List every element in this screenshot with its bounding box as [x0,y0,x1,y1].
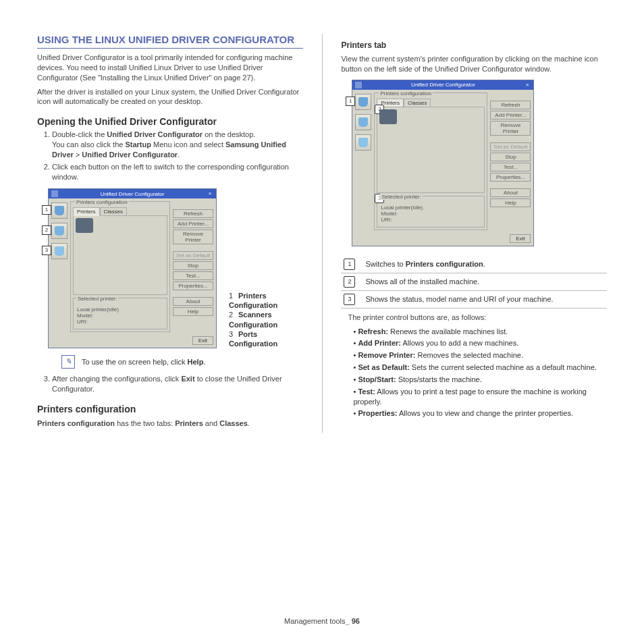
intro-para-1: Unified Driver Configurator is a tool pr… [37,53,303,83]
refresh-button[interactable]: Refresh [173,209,213,218]
about-button[interactable]: About [490,188,531,197]
exit-button[interactable]: Exit [192,336,213,345]
printers-config-text: Printers configuration has the two tabs:… [37,419,303,429]
config-window-1: Unified Driver Configurator × 1 2 3 Prin… [48,188,217,348]
printers-tab-heading: Printers tab [341,41,607,50]
controls-list: Refresh: Renews the available machines l… [341,327,607,419]
selected-printer-info: 3 Selected printer: Local printer(idle) … [377,196,485,227]
test-button[interactable]: Test... [173,271,213,280]
close-icon[interactable]: × [524,82,531,88]
note-icon: ✎ [61,355,75,369]
remove-printer-button[interactable]: Remove Printer [490,121,531,136]
sidebar-ports-button[interactable] [355,134,371,151]
properties-button[interactable]: Properties... [490,173,531,182]
printer-icon[interactable] [379,109,397,124]
close-icon[interactable]: × [207,190,213,197]
intro-para-2: After the driver is installed on your Li… [37,87,303,107]
page-footer: Management tools_ 96 [0,617,644,625]
refresh-button[interactable]: Refresh [490,101,531,109]
window-titlebar: Unified Driver Configurator × [352,80,533,90]
sidebar-printers-button[interactable]: 1 [51,203,68,219]
tab-printers[interactable]: Printers [73,207,100,216]
selected-printer-info: Selected printer: Local printer(idle) Mo… [73,298,167,329]
controls-intro: The printer control buttons are, as foll… [348,313,607,323]
properties-button[interactable]: Properties... [173,281,213,290]
tab-classes[interactable]: Classes [100,207,127,216]
step-1: Double-click the Unified Driver Configur… [52,130,303,160]
window-titlebar: Unified Driver Configurator × [49,189,216,198]
about-button[interactable]: About [173,297,213,306]
main-heading: USING THE LINUX UNIFIED DRIVER CONFIGURA… [37,34,303,49]
sidebar-ports-button[interactable]: 3 [51,243,68,259]
step-3: After changing the configurations, click… [52,374,303,394]
default-button[interactable]: Set as Default [173,251,213,260]
figure-1-legend: 1Printers Configuration 2Scanners Config… [229,291,303,349]
printers-tab-intro: View the current system's printer config… [341,54,607,74]
stop-button[interactable]: Stop [490,153,531,161]
printer-list [73,215,167,295]
help-note: ✎ To use the on screen help, click Help. [37,355,303,369]
sidebar-scanners-button[interactable]: 2 [51,223,68,239]
table-row: 3 Shows the status, model name and URI o… [341,290,607,308]
add-printer-button[interactable]: Add Printer... [490,111,531,119]
printer-icon[interactable] [76,218,93,233]
sidebar-printers-button[interactable]: 1 [355,94,371,110]
help-button[interactable]: Help [490,198,531,207]
config-window-2: Unified Driver Configurator × 1 Printers… [352,80,534,246]
printer-list: 2 [377,107,485,193]
remove-printer-button[interactable]: Remove Printer [173,230,213,244]
test-button[interactable]: Test... [490,163,531,171]
add-printer-button[interactable]: Add Printer... [173,219,213,228]
table-row: 1 Switches to Printers configuration. [341,256,607,273]
opening-heading: Opening the Unified Driver Configurator [37,116,303,127]
stop-button[interactable]: Stop [173,261,213,270]
exit-button[interactable]: Exit [510,234,531,243]
printers-config-heading: Printers configuration [37,404,303,414]
default-button[interactable]: Set as Default [490,142,531,151]
callout-table: 1 Switches to Printers configuration. 2 … [341,256,607,308]
step-2: Click each button on the left to switch … [52,162,303,182]
table-row: 2 Shows all of the installed machine. [341,273,607,290]
help-button[interactable]: Help [173,307,213,316]
sidebar-scanners-button[interactable] [355,114,371,130]
